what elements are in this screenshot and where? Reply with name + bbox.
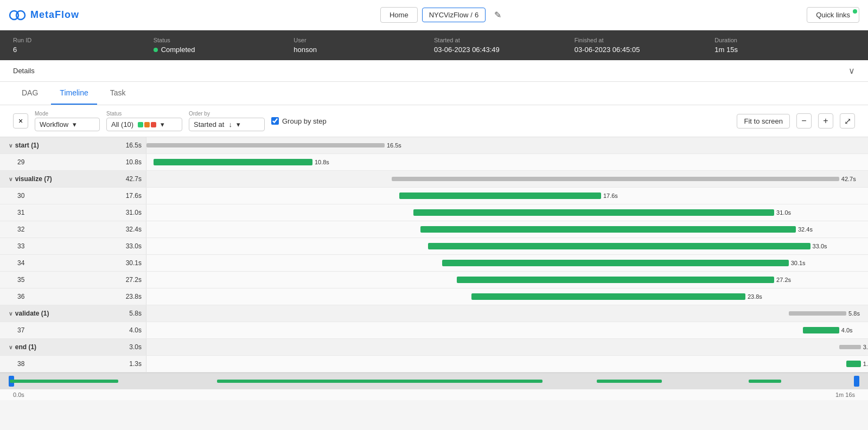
run-id-value: 6 xyxy=(13,46,154,54)
home-button[interactable]: Home xyxy=(380,7,418,23)
row-label-cell: 3623.8s xyxy=(0,288,146,305)
bar-label: 42.7s xyxy=(841,176,856,182)
row-duration: 27.2s xyxy=(126,276,142,284)
row-name: 36 xyxy=(17,293,24,300)
details-label: Details xyxy=(13,67,35,75)
bar xyxy=(428,243,810,249)
mode-select-wrapper[interactable]: Workflow ▾ xyxy=(35,118,100,131)
dot-green xyxy=(138,122,143,127)
bar-label: 10.8s xyxy=(315,159,329,165)
row-label-cell: 2910.8s xyxy=(0,154,146,170)
row-name: 30 xyxy=(17,192,24,200)
user-item: User honson xyxy=(293,37,434,54)
started-item: Started at 03-06-2023 06:43:49 xyxy=(434,37,575,54)
collapse-button[interactable]: × xyxy=(13,113,28,129)
row-chart-cell: 30.1s xyxy=(146,255,868,271)
mode-chevron-icon: ▾ xyxy=(73,120,76,129)
table-row: 3623.8s23.8s xyxy=(0,288,868,305)
bar-label: 1.3s xyxy=(863,361,868,367)
status-text: Completed xyxy=(161,46,195,54)
bar xyxy=(442,260,788,266)
table-row: 381.3s1.3s xyxy=(0,356,868,373)
group-row: ∨ end (1)3.0s3.0s xyxy=(0,339,868,356)
minimap-bar-1 xyxy=(10,380,118,383)
row-duration: 32.4s xyxy=(126,226,142,233)
details-bar[interactable]: Details ∨ xyxy=(0,60,868,82)
group-toggle[interactable]: ∨ xyxy=(9,311,14,317)
status-select-wrapper[interactable]: All (10) ▾ xyxy=(106,118,182,131)
row-chart-cell: 10.8s xyxy=(146,154,868,170)
status-filter-label: Status xyxy=(106,111,182,117)
status-indicator xyxy=(853,9,857,14)
row-chart-cell: 42.7s xyxy=(146,171,868,187)
minimap-bar-2 xyxy=(217,380,542,383)
fullscreen-button[interactable]: ⤢ xyxy=(840,113,855,129)
table-row: 3017.6s17.6s xyxy=(0,188,868,204)
fit-screen-button[interactable]: Fit to screen xyxy=(737,114,790,129)
row-name: 33 xyxy=(17,242,24,250)
group-by-step-checkbox[interactable] xyxy=(271,117,279,125)
zoom-in-button[interactable]: + xyxy=(818,113,833,129)
group-by-step-text: Group by step xyxy=(282,117,327,125)
row-label-cell: ∨ start (1)16.5s xyxy=(0,137,146,153)
bar-label: 31.0s xyxy=(776,209,791,216)
row-label-cell: 3333.0s xyxy=(0,238,146,254)
bar-label: 4.0s xyxy=(841,327,853,333)
bar xyxy=(392,177,839,181)
footer-start: 0.0s xyxy=(13,392,24,398)
status-value: Completed xyxy=(154,46,294,54)
user-value: honson xyxy=(293,46,434,54)
status-label: Status xyxy=(154,37,294,43)
group-row: ∨ visualize (7)42.7s42.7s xyxy=(0,171,868,188)
row-label-cell: 381.3s xyxy=(0,356,146,372)
group-toggle[interactable]: ∨ xyxy=(9,344,14,350)
tab-timeline[interactable]: Timeline xyxy=(51,82,97,105)
minimap-bar-3 xyxy=(597,380,662,383)
run-info-bar: Run ID 6 Status Completed User honson St… xyxy=(0,30,868,60)
app-title: MetaFlow xyxy=(30,9,79,21)
row-name: 38 xyxy=(17,360,24,368)
tab-task[interactable]: Task xyxy=(101,82,135,105)
status-value: All (10) xyxy=(111,120,133,129)
bar-label: 27.2s xyxy=(776,277,791,283)
table-row: 3232.4s32.4s xyxy=(0,221,868,238)
bar xyxy=(803,327,839,333)
row-name: ∨ visualize (7) xyxy=(9,175,52,183)
row-chart-cell: 33.0s xyxy=(146,238,868,254)
finished-value: 03-06-2023 06:45:05 xyxy=(575,46,715,54)
row-duration: 30.1s xyxy=(126,259,142,267)
details-chevron: ∨ xyxy=(848,66,855,76)
row-chart-cell: 27.2s xyxy=(146,272,868,288)
status-dot xyxy=(154,48,158,52)
bar xyxy=(789,311,846,316)
bar-label: 30.1s xyxy=(791,260,806,266)
row-chart-cell: 4.0s xyxy=(146,322,868,338)
minimap-bar-4 xyxy=(749,380,781,383)
footer-end: 1m 16s xyxy=(835,392,855,398)
row-duration: 23.8s xyxy=(126,293,142,300)
bar-label: 16.5s xyxy=(387,142,401,149)
minimap-handle-right[interactable] xyxy=(854,376,859,387)
bar-label: 23.8s xyxy=(748,293,762,300)
bar xyxy=(457,277,774,283)
edit-button[interactable]: ✎ xyxy=(490,8,506,22)
table-row: 3527.2s27.2s xyxy=(0,272,868,288)
row-duration: 10.8s xyxy=(126,158,142,166)
order-select-wrapper[interactable]: Started at ↓ ▾ xyxy=(189,118,265,131)
breadcrumb-flow: NYCVizFlow xyxy=(429,11,469,19)
minimap xyxy=(0,373,868,389)
group-toggle[interactable]: ∨ xyxy=(9,143,14,149)
bar-label: 5.8s xyxy=(848,310,860,317)
row-name: 31 xyxy=(17,209,24,216)
group-toggle[interactable]: ∨ xyxy=(9,176,14,182)
zoom-out-button[interactable]: − xyxy=(796,113,812,129)
quick-links-button[interactable]: Quick links xyxy=(807,7,859,23)
table-row: 2910.8s10.8s xyxy=(0,154,868,171)
row-duration: 16.5s xyxy=(126,142,142,149)
duration-item: Duration 1m 15s xyxy=(714,37,855,54)
group-by-step-label[interactable]: Group by step xyxy=(271,117,327,125)
bar-label: 32.4s xyxy=(798,226,813,233)
tab-dag[interactable]: DAG xyxy=(13,82,47,105)
breadcrumb-id: 6 xyxy=(475,11,478,19)
row-label-cell: 374.0s xyxy=(0,322,146,338)
